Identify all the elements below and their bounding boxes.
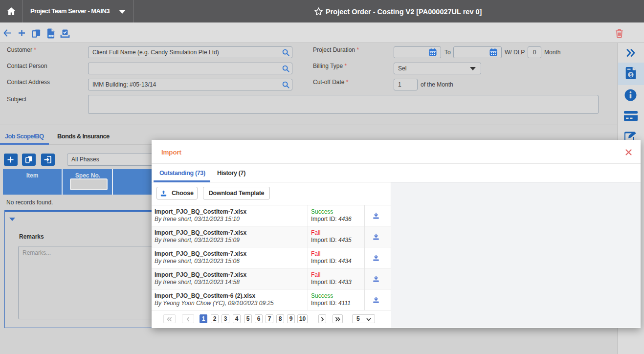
svg-text:PDF: PDF [48,35,54,38]
svg-text:$: $ [629,72,632,78]
